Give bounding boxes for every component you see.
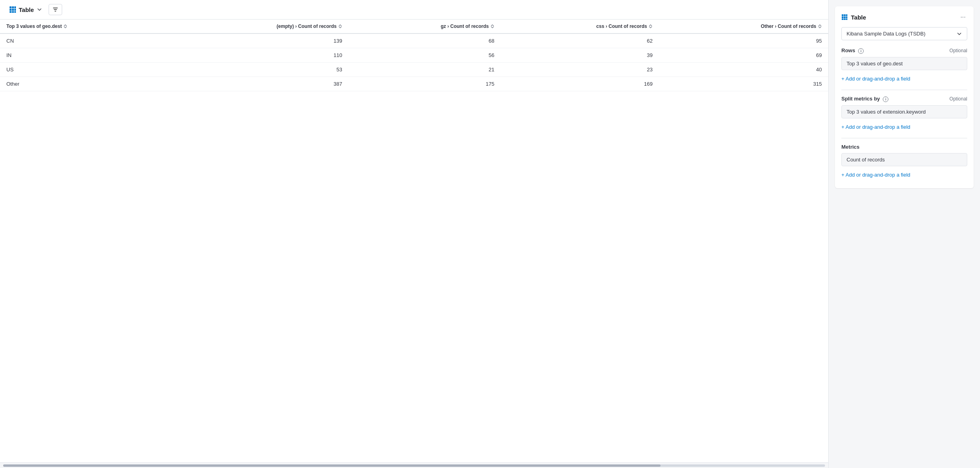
col-sort-icon-geo — [63, 24, 67, 28]
svg-rect-19 — [844, 19, 845, 20]
table-row: IN 110 56 39 69 — [0, 48, 828, 63]
col-header-geo[interactable]: Top 3 values of geo.dest — [0, 20, 169, 33]
cell-empty-1: 110 — [169, 48, 349, 63]
metrics-add-field-button[interactable]: + Add or drag-and-drop a field — [841, 169, 910, 180]
data-source-select[interactable]: Kibana Sample Data Logs (TSDB) — [841, 27, 967, 40]
svg-rect-6 — [10, 11, 12, 13]
split-label-text: Split metrics by — [841, 96, 880, 102]
cell-geo-2: US — [0, 63, 169, 77]
cell-empty-0: 139 — [169, 33, 349, 48]
rows-info-icon: i — [858, 48, 864, 54]
svg-rect-20 — [846, 19, 848, 20]
cell-empty-3: 387 — [169, 77, 349, 91]
filter-button[interactable] — [49, 4, 62, 15]
three-dots-button[interactable]: ··· — [959, 13, 967, 22]
rows-label-text: Rows — [841, 47, 855, 53]
svg-rect-18 — [842, 19, 843, 20]
metrics-field-label: Count of records — [847, 157, 885, 163]
svg-rect-12 — [842, 14, 843, 16]
card-title-label: Table — [851, 14, 866, 21]
data-table: Top 3 values of geo.dest (empty) › Count… — [0, 20, 828, 91]
right-panel: Table ··· Kibana Sample Data Logs (TSDB)… — [829, 0, 980, 468]
cell-geo-1: IN — [0, 48, 169, 63]
grid-icon — [9, 6, 16, 13]
col-sort-icon-other — [818, 24, 822, 28]
scroll-thumb — [3, 464, 661, 467]
rows-add-field-button[interactable]: + Add or drag-and-drop a field — [841, 73, 910, 84]
card-header: Table ··· — [841, 13, 967, 22]
scroll-track — [3, 464, 825, 467]
filter-icon — [52, 6, 59, 13]
table-title-button[interactable]: Table — [6, 4, 45, 15]
rows-field-chip: Top 3 values of geo.dest — [841, 57, 967, 70]
rows-section-label: Rows i Optional — [841, 47, 967, 54]
cell-css-2: 23 — [501, 63, 659, 77]
svg-rect-9 — [53, 8, 58, 8]
col-header-gz[interactable]: gz › Count of records — [349, 20, 501, 33]
svg-rect-10 — [54, 9, 57, 10]
svg-rect-14 — [846, 14, 848, 16]
rows-optional-text: Optional — [949, 48, 967, 53]
cell-css-3: 169 — [501, 77, 659, 91]
data-table-container: Top 3 values of geo.dest (empty) › Count… — [0, 20, 828, 462]
cell-gz-1: 56 — [349, 48, 501, 63]
svg-rect-15 — [842, 16, 843, 18]
divider-2 — [841, 138, 967, 138]
table-row: CN 139 68 62 95 — [0, 33, 828, 48]
svg-rect-2 — [14, 6, 16, 8]
split-field-label: Top 3 values of extension.keyword — [847, 109, 926, 115]
cell-css-1: 39 — [501, 48, 659, 63]
split-info-icon: i — [883, 96, 888, 102]
left-panel: Table Top 3 values of geo.dest — [0, 0, 829, 468]
config-card: Table ··· Kibana Sample Data Logs (TSDB)… — [835, 6, 974, 188]
select-chevron-icon — [956, 31, 962, 37]
svg-rect-1 — [12, 6, 14, 8]
table-row: US 53 21 23 40 — [0, 63, 828, 77]
svg-rect-17 — [846, 16, 848, 18]
split-add-field-button[interactable]: + Add or drag-and-drop a field — [841, 122, 910, 132]
col-header-empty[interactable]: (empty) › Count of records — [169, 20, 349, 33]
card-title: Table — [841, 14, 866, 21]
svg-rect-5 — [14, 9, 16, 11]
svg-rect-11 — [55, 11, 56, 12]
table-header-row: Top 3 values of geo.dest (empty) › Count… — [0, 20, 828, 33]
toolbar: Table — [0, 0, 828, 20]
svg-rect-3 — [10, 9, 12, 11]
cell-css-0: 62 — [501, 33, 659, 48]
cell-geo-0: CN — [0, 33, 169, 48]
table-icon — [841, 14, 848, 20]
cell-other-2: 40 — [659, 63, 828, 77]
cell-gz-2: 21 — [349, 63, 501, 77]
svg-rect-7 — [12, 11, 14, 13]
table-row: Other 387 175 169 315 — [0, 77, 828, 91]
col-header-css[interactable]: css › Count of records — [501, 20, 659, 33]
metrics-field-chip: Count of records — [841, 153, 967, 166]
cell-geo-3: Other — [0, 77, 169, 91]
cell-other-0: 95 — [659, 33, 828, 48]
cell-other-1: 69 — [659, 48, 828, 63]
divider-1 — [841, 90, 967, 90]
svg-rect-16 — [844, 16, 845, 18]
cell-gz-0: 68 — [349, 33, 501, 48]
split-field-chip: Top 3 values of extension.keyword — [841, 105, 967, 118]
toolbar-chevron-icon — [37, 7, 42, 12]
svg-rect-0 — [10, 6, 12, 8]
svg-rect-4 — [12, 9, 14, 11]
metrics-section-label: Metrics — [841, 144, 967, 150]
split-section-label: Split metrics by i Optional — [841, 96, 967, 102]
toolbar-title-label: Table — [19, 6, 34, 13]
col-header-other[interactable]: Other › Count of records — [659, 20, 828, 33]
col-sort-icon-css — [649, 24, 653, 28]
cell-empty-2: 53 — [169, 63, 349, 77]
split-optional-text: Optional — [949, 96, 967, 102]
cell-other-3: 315 — [659, 77, 828, 91]
rows-field-label: Top 3 values of geo.dest — [847, 61, 903, 67]
cell-gz-3: 175 — [349, 77, 501, 91]
col-sort-icon-empty — [338, 24, 342, 28]
horizontal-scrollbar[interactable] — [0, 462, 828, 468]
svg-rect-8 — [14, 11, 16, 13]
svg-rect-13 — [844, 14, 845, 16]
data-source-label: Kibana Sample Data Logs (TSDB) — [847, 31, 925, 37]
col-sort-icon-gz — [490, 24, 494, 28]
